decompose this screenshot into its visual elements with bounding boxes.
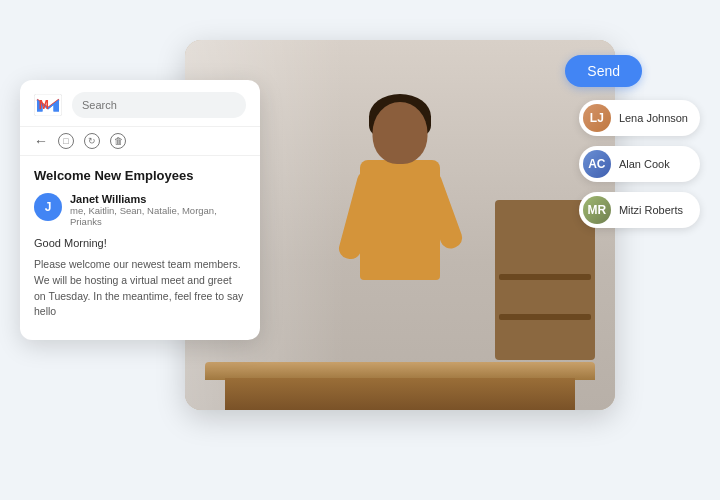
- email-sender-row: J Janet Williams me, Kaitlin, Sean, Nata…: [34, 193, 246, 227]
- gmail-card: M ← □ ↻ 🗑 Welcome New Employees J Janet …: [20, 80, 260, 340]
- svg-text:M: M: [39, 98, 49, 112]
- person-figure: [300, 102, 500, 362]
- sender-info: Janet Williams me, Kaitlin, Sean, Natali…: [70, 193, 246, 227]
- shelf-1: [499, 274, 591, 280]
- body: [360, 160, 440, 280]
- shelf-2: [499, 314, 591, 320]
- delete-icon[interactable]: 🗑: [110, 133, 126, 149]
- contact-name-2: Alan Cook: [619, 158, 670, 170]
- email-body-text: Please welcome our newest team members. …: [34, 257, 246, 320]
- archive-icon[interactable]: □: [58, 133, 74, 149]
- contact-item[interactable]: LJ Lena Johnson: [579, 100, 700, 136]
- gmail-toolbar: ← □ ↻ 🗑: [20, 127, 260, 156]
- contacts-sidebar: LJ Lena Johnson AC Alan Cook MR Mitzi Ro…: [579, 100, 700, 228]
- contact-item[interactable]: AC Alan Cook: [579, 146, 700, 182]
- contact-name-3: Mitzi Roberts: [619, 204, 683, 216]
- email-greeting: Good Morning!: [34, 237, 246, 249]
- contact-item[interactable]: MR Mitzi Roberts: [579, 192, 700, 228]
- gmail-body: Welcome New Employees J Janet Williams m…: [20, 156, 260, 332]
- sender-name: Janet Williams: [70, 193, 246, 205]
- gmail-logo-icon: M: [34, 94, 62, 116]
- scene: M ← □ ↻ 🗑 Welcome New Employees J Janet …: [0, 0, 720, 500]
- contact-avatar-2: AC: [583, 150, 611, 178]
- gmail-header: M: [20, 80, 260, 127]
- back-arrow-icon[interactable]: ←: [34, 133, 48, 149]
- email-subject: Welcome New Employees: [34, 168, 246, 183]
- contact-avatar-1: LJ: [583, 104, 611, 132]
- refresh-icon[interactable]: ↻: [84, 133, 100, 149]
- sender-to: me, Kaitlin, Sean, Natalie, Morgan, Pria…: [70, 205, 246, 227]
- head: [373, 102, 428, 164]
- desk-legs: [225, 378, 575, 410]
- contact-avatar-3: MR: [583, 196, 611, 224]
- contact-name-1: Lena Johnson: [619, 112, 688, 124]
- gmail-search-input[interactable]: [72, 92, 246, 118]
- sender-avatar: J: [34, 193, 62, 221]
- send-button[interactable]: Send: [565, 55, 642, 87]
